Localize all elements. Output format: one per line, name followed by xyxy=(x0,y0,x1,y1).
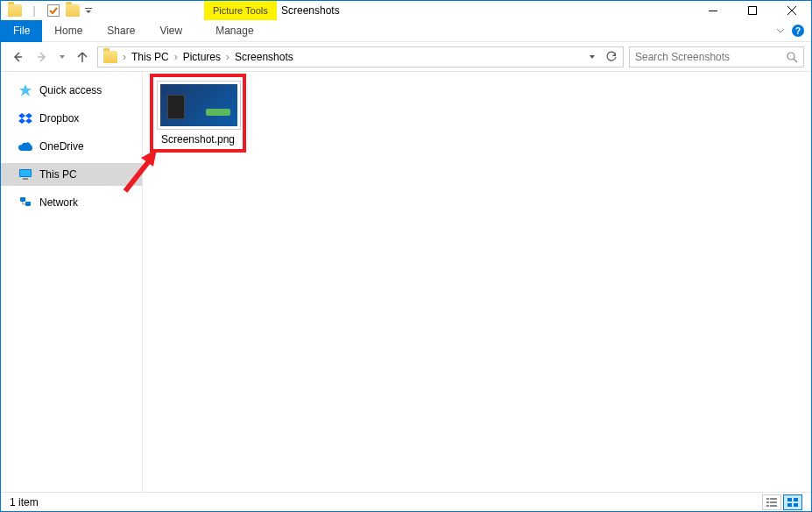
chevron-right-icon[interactable]: › xyxy=(224,51,231,63)
svg-rect-17 xyxy=(766,505,769,507)
svg-line-12 xyxy=(125,158,152,191)
back-button[interactable] xyxy=(8,47,27,67)
contextual-tab-label: Picture Tools xyxy=(204,1,277,20)
address-dropdown-icon[interactable] xyxy=(583,47,602,67)
tab-file[interactable]: File xyxy=(1,20,42,42)
svg-rect-13 xyxy=(766,498,769,500)
sidebar-item-dropbox[interactable]: Dropbox xyxy=(1,107,142,130)
sidebar-item-label: This PC xyxy=(39,168,77,181)
file-thumbnail xyxy=(157,81,241,130)
tab-manage[interactable]: Manage xyxy=(203,20,265,42)
svg-rect-14 xyxy=(770,498,777,500)
main-area: Quick access Dropbox OneDrive This PC Ne… xyxy=(1,72,811,492)
maximize-button[interactable] xyxy=(732,1,772,20)
sidebar-item-quick-access[interactable]: Quick access xyxy=(1,79,142,102)
qat-separator: | xyxy=(25,2,43,19)
svg-rect-20 xyxy=(794,498,798,501)
minimize-button[interactable] xyxy=(693,1,732,20)
svg-rect-21 xyxy=(787,503,792,507)
chevron-right-icon[interactable]: › xyxy=(173,51,180,63)
dropbox-icon xyxy=(18,111,32,125)
sidebar-item-network[interactable]: Network xyxy=(1,191,142,214)
breadcrumb-item[interactable]: Pictures xyxy=(180,51,224,63)
status-bar: 1 item xyxy=(1,492,811,511)
file-name-label: Screenshot.png xyxy=(157,133,239,146)
svg-rect-2 xyxy=(748,7,756,15)
title-bar: | Picture Tools Screenshots xyxy=(1,1,811,20)
navigation-bar: › This PC › Pictures › Screenshots xyxy=(1,42,811,72)
qat-dropdown-icon[interactable] xyxy=(83,2,94,19)
sidebar-item-label: OneDrive xyxy=(39,140,84,153)
new-folder-icon[interactable] xyxy=(64,2,81,19)
refresh-button[interactable] xyxy=(602,47,621,67)
sidebar-item-onedrive[interactable]: OneDrive xyxy=(1,135,142,158)
search-box[interactable] xyxy=(629,46,804,68)
quick-access-toolbar: | xyxy=(1,2,94,19)
svg-rect-11 xyxy=(25,202,31,206)
sidebar-item-this-pc[interactable]: This PC xyxy=(1,163,142,186)
content-pane[interactable]: Screenshot.png xyxy=(143,72,811,492)
recent-dropdown-icon[interactable] xyxy=(57,47,67,67)
up-button[interactable] xyxy=(73,47,92,67)
onedrive-icon xyxy=(18,139,32,153)
network-icon xyxy=(18,196,32,210)
properties-check-icon[interactable] xyxy=(45,2,62,19)
svg-rect-16 xyxy=(770,501,777,503)
status-text: 1 item xyxy=(10,496,39,508)
sidebar-item-label: Network xyxy=(39,196,78,209)
pc-icon xyxy=(18,167,32,181)
annotation-arrow-icon xyxy=(122,146,160,195)
file-item[interactable]: Screenshot.png xyxy=(150,74,246,153)
svg-line-6 xyxy=(794,59,797,62)
svg-rect-8 xyxy=(20,170,31,176)
forward-button[interactable] xyxy=(32,47,52,67)
svg-point-5 xyxy=(787,53,794,60)
chevron-right-icon[interactable]: › xyxy=(121,51,128,63)
search-input[interactable] xyxy=(635,51,786,63)
svg-rect-15 xyxy=(766,501,769,503)
folder-icon xyxy=(103,51,117,63)
svg-rect-0 xyxy=(85,8,92,9)
address-bar[interactable]: › This PC › Pictures › Screenshots xyxy=(97,46,624,68)
star-icon xyxy=(18,83,32,97)
breadcrumb-item[interactable]: This PC xyxy=(128,51,173,63)
window-title: Screenshots xyxy=(281,1,340,20)
folder-icon xyxy=(6,2,24,19)
tab-home[interactable]: Home xyxy=(42,20,95,42)
sidebar-item-label: Quick access xyxy=(39,84,102,96)
search-icon[interactable] xyxy=(786,51,798,63)
svg-rect-22 xyxy=(794,503,798,507)
svg-rect-10 xyxy=(20,197,25,202)
breadcrumb-item[interactable]: Screenshots xyxy=(231,51,297,63)
tab-share[interactable]: Share xyxy=(95,20,147,42)
close-button[interactable] xyxy=(772,1,811,20)
thumbnails-view-button[interactable] xyxy=(783,494,802,510)
ribbon-tabs: File Home Share View Manage ? xyxy=(1,20,811,42)
svg-rect-18 xyxy=(770,505,777,507)
navigation-pane: Quick access Dropbox OneDrive This PC Ne… xyxy=(1,72,143,492)
svg-rect-19 xyxy=(787,498,792,501)
ribbon-expand-icon[interactable] xyxy=(776,26,785,35)
svg-rect-1 xyxy=(709,11,717,11)
help-icon[interactable]: ? xyxy=(792,25,804,37)
svg-rect-9 xyxy=(23,178,28,180)
tab-view[interactable]: View xyxy=(147,20,194,42)
details-view-button[interactable] xyxy=(762,494,781,510)
sidebar-item-label: Dropbox xyxy=(39,112,79,124)
